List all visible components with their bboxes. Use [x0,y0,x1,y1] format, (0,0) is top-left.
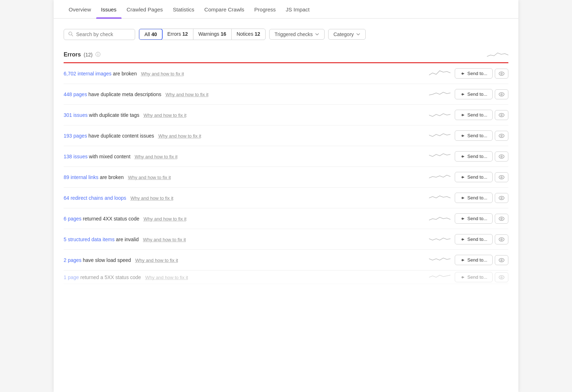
view-button[interactable] [495,193,508,203]
issue-link[interactable]: 193 pages [64,133,87,139]
fix-link[interactable]: Why and how to fix it [135,154,178,159]
send-to-button[interactable]: Send to... [455,272,493,282]
svg-line-1 [72,35,73,36]
svg-point-21 [501,259,502,261]
filter-tab-notices[interactable]: Notices 12 [232,29,265,40]
fix-link[interactable]: Why and how to fix it [143,237,186,242]
svg-point-16 [499,217,504,220]
filter-tabs: All 40 Errors 12 Warnings 16 Notices 12 [139,29,266,40]
eye-icon [499,195,504,200]
view-button[interactable] [495,131,508,141]
view-button[interactable] [495,234,508,244]
view-button[interactable] [495,272,508,282]
send-to-button[interactable]: Send to... [455,110,493,120]
issue-link[interactable]: 138 issues [64,154,88,159]
issue-text: 1 page returned a 5XX status code Why an… [64,274,425,280]
issue-link[interactable]: 448 pages [64,91,87,97]
issue-link[interactable]: 6,702 internal images [64,71,112,76]
issue-actions: Send to... [455,172,508,182]
nav-overview[interactable]: Overview [64,6,96,18]
issue-actions: Send to... [455,255,508,265]
nav-js-impact[interactable]: JS Impact [281,6,315,18]
issue-link[interactable]: 6 pages [64,216,82,222]
svg-point-6 [499,113,504,117]
send-to-button[interactable]: Send to... [455,234,493,244]
section-count: (12) [84,52,93,58]
view-button[interactable] [495,255,508,265]
issue-actions: Send to... [455,151,508,162]
send-to-button[interactable]: Send to... [455,213,493,224]
send-icon [460,258,465,263]
issues-list: 6,702 internal images are broken Why and… [64,63,508,284]
nav-crawled-pages[interactable]: Crawled Pages [122,6,168,18]
send-icon [460,133,465,138]
nav-progress[interactable]: Progress [249,6,281,18]
view-button[interactable] [495,69,508,79]
issue-text: 2 pages have slow load speed Why and how… [64,257,425,263]
eye-icon [499,133,504,138]
eye-icon [499,175,504,180]
fix-link[interactable]: Why and how to fix it [166,92,208,97]
view-button[interactable] [495,214,508,224]
fix-link[interactable]: Why and how to fix it [141,71,184,76]
filter-tab-all[interactable]: All 40 [139,29,163,40]
nav-issues[interactable]: Issues [96,6,122,18]
fix-link[interactable]: Why and how to fix it [145,275,188,280]
issue-text: 89 internal links are broken Why and how… [64,174,425,180]
issue-sparkline [429,172,450,182]
eye-icon [499,113,504,118]
issue-link[interactable]: 89 internal links [64,174,98,180]
issue-row: 193 pages have duplicate content issues … [64,125,508,146]
search-input[interactable] [76,31,130,37]
issue-link[interactable]: 2 pages [64,257,82,263]
send-to-button[interactable]: Send to... [455,172,493,182]
send-to-button[interactable]: Send to... [455,89,493,99]
issue-actions: Send to... [455,68,508,79]
search-box[interactable] [64,29,135,40]
issue-row: 6 pages returned 4XX status code Why and… [64,208,508,229]
view-button[interactable] [495,172,508,182]
issue-link[interactable]: 5 structured data items [64,237,114,242]
info-icon[interactable]: ⓘ [95,51,100,58]
nav-compare-crawls[interactable]: Compare Crawls [199,6,250,18]
view-button[interactable] [495,152,508,162]
send-icon [460,113,465,118]
send-to-button[interactable]: Send to... [455,255,493,265]
issue-sparkline [429,131,450,140]
issue-row: 64 redirect chains and loops Why and how… [64,188,508,208]
issue-actions: Send to... [455,234,508,244]
send-to-button[interactable]: Send to... [455,130,493,141]
fix-link[interactable]: Why and how to fix it [144,113,187,118]
eye-icon [499,275,504,280]
filter-tab-warnings[interactable]: Warnings 16 [193,29,232,40]
send-to-button[interactable]: Send to... [455,193,493,203]
send-to-button[interactable]: Send to... [455,68,493,79]
send-to-button[interactable]: Send to... [455,151,493,162]
svg-point-10 [499,155,504,158]
category-dropdown[interactable]: Category [328,29,366,40]
chevron-down-icon [315,32,319,36]
fix-link[interactable]: Why and how to fix it [130,195,173,201]
issue-row: 138 issues with mixed content Why and ho… [64,146,508,167]
fix-link[interactable]: Why and how to fix it [135,258,178,263]
filter-bar: All 40 Errors 12 Warnings 16 Notices 12 … [64,29,508,40]
view-button[interactable] [495,110,508,120]
issue-link[interactable]: 64 redirect chains and loops [64,195,126,201]
nav-statistics[interactable]: Statistics [168,6,199,18]
fix-link[interactable]: Why and how to fix it [144,216,187,222]
section-title: Errors [64,51,81,58]
chevron-down-icon-2 [356,32,360,36]
issue-link[interactable]: 1 page [64,274,79,280]
issue-actions: Send to... [455,110,508,120]
app-container: Overview Issues Crawled Pages Statistics… [54,0,518,392]
issue-actions: Send to... [455,213,508,224]
fix-link[interactable]: Why and how to fix it [158,133,201,139]
issue-link[interactable]: 301 issues [64,112,88,118]
fix-link[interactable]: Why and how to fix it [128,175,171,180]
issue-text: 64 redirect chains and loops Why and how… [64,195,425,201]
send-icon [460,175,465,180]
view-button[interactable] [495,89,508,99]
triggered-checks-dropdown[interactable]: Triggered checks [269,29,325,40]
svg-point-8 [499,134,504,138]
filter-tab-errors[interactable]: Errors 12 [162,29,193,40]
